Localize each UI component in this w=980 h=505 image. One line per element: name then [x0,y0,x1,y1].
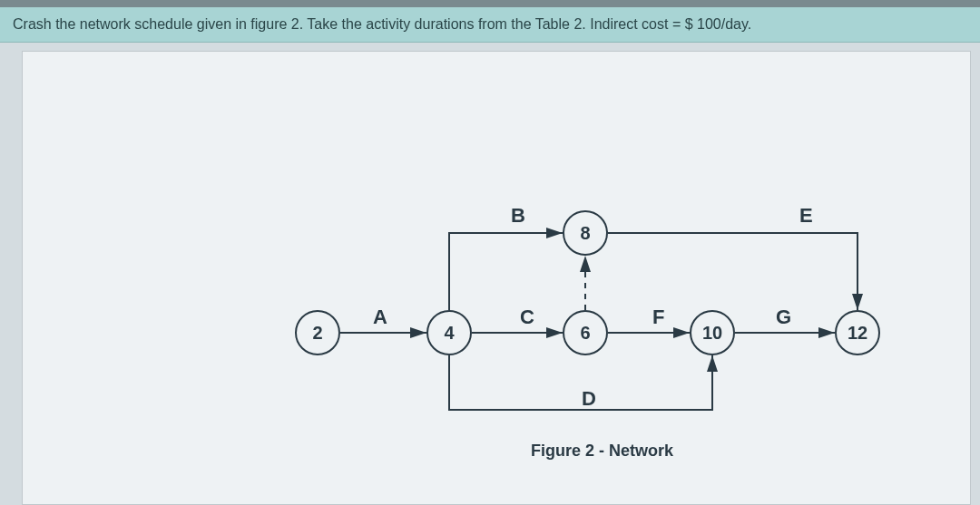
edge-D [449,355,712,410]
node-12: 12 [835,310,880,355]
network-diagram: 2 4 6 8 10 12 A B C D E F G Figure 2 - N… [295,179,948,469]
label-F: F [652,306,664,329]
figure-caption: Figure 2 - Network [531,442,673,461]
label-E: E [799,204,813,228]
node-8: 8 [563,210,608,256]
label-C: C [520,306,534,329]
label-G: G [776,306,791,329]
node-4: 4 [426,310,472,355]
label-B: B [511,204,525,228]
page-container: Crash the network schedule given in figu… [0,7,980,505]
label-A: A [373,306,387,329]
label-D: D [582,387,596,411]
node-6: 6 [563,310,608,355]
node-2: 2 [295,310,340,355]
edge-E [608,233,858,310]
question-text: Crash the network schedule given in figu… [0,7,980,43]
edge-B [449,233,563,310]
node-10: 10 [690,310,735,355]
content-area: 2 4 6 8 10 12 A B C D E F G Figure 2 - N… [22,51,971,505]
